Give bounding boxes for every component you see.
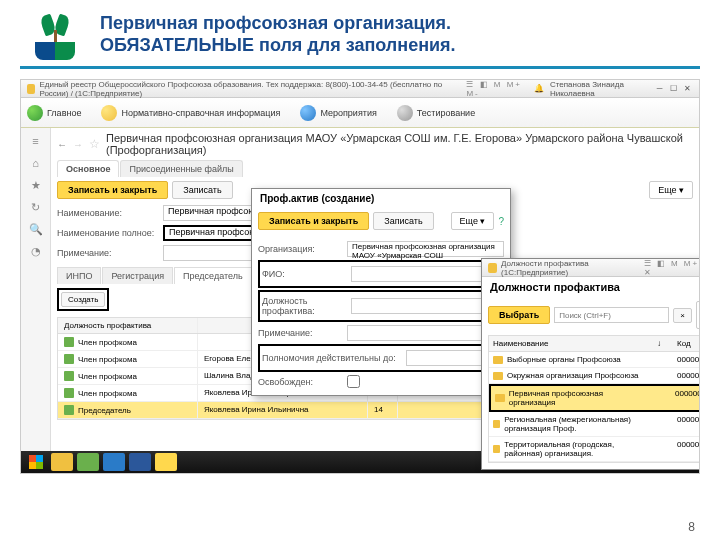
app-window: Единый реестр Общероссийского Профсоюза …	[20, 79, 700, 474]
d1-fio-field[interactable]	[351, 266, 500, 282]
folder-icon	[493, 445, 500, 453]
task-app2[interactable]	[103, 453, 125, 471]
folder-icon	[493, 420, 500, 428]
nav-test[interactable]: Тестирование	[397, 105, 475, 121]
create-button[interactable]: Создать	[61, 292, 105, 307]
home-icon[interactable]: ⌂	[29, 156, 43, 170]
union-logo	[30, 10, 80, 60]
list-item[interactable]: Территориальная (городская, районная) ор…	[489, 437, 700, 462]
window-titlebar: Единый реестр Общероссийского Профсоюза …	[21, 80, 699, 98]
bell-icon[interactable]: ◔	[29, 244, 43, 258]
page-title: Первичная профсоюзная организация МАОУ «…	[106, 132, 693, 156]
app-icon	[27, 84, 35, 94]
folder-icon	[493, 372, 503, 380]
nav-events[interactable]: Мероприятия	[300, 105, 376, 121]
d1-post-field[interactable]	[351, 298, 500, 314]
list-item[interactable]: Выборные органы Профсоюза000000005	[489, 352, 700, 368]
slide-title: Первичная профсоюзная организация.ОБЯЗАТ…	[100, 13, 456, 56]
d1-note-label: Примечание:	[258, 328, 343, 338]
d1-fio-label: ФИО:	[262, 269, 347, 279]
folder-icon	[495, 394, 505, 402]
subtab-chair[interactable]: Председатель	[174, 267, 252, 284]
main-toolbar: Главное Нормативно-справочная информация…	[21, 98, 699, 128]
col-code: Код	[673, 336, 700, 351]
star-icon[interactable]: ★	[29, 178, 43, 192]
list-item[interactable]: Региональная (межрегиональная) организац…	[489, 412, 700, 437]
subtab-inpo[interactable]: ИНПО	[57, 267, 101, 284]
d1-more-button[interactable]: Еще ▾	[451, 212, 495, 230]
page-number: 8	[688, 520, 695, 534]
d1-org-label: Организация:	[258, 244, 343, 254]
search-icon[interactable]: 🔍	[29, 222, 43, 236]
start-button[interactable]	[25, 453, 47, 471]
fullname-label: Наименование полное:	[57, 228, 157, 238]
nav-main[interactable]: Главное	[27, 105, 81, 121]
task-app1[interactable]	[77, 453, 99, 471]
d2-more-button[interactable]: Еще ▾	[696, 301, 700, 329]
positions-table: Наименование ↓ Код Выборные органы Профс…	[488, 335, 700, 463]
app-icon	[488, 263, 497, 273]
window-title: Единый реестр Общероссийского Профсоюза …	[39, 80, 466, 98]
d1-until-label: Полномочия действительны до:	[262, 353, 402, 363]
d1-until-field[interactable]	[406, 350, 485, 366]
profactive-dialog: Проф.актив (создание) Записать и закрыть…	[251, 188, 511, 396]
toolbar-glyphs[interactable]: ☰ ◧ M M+ M-	[466, 80, 528, 98]
d1-post-label: Должность профактива:	[262, 296, 347, 316]
d2-search-go[interactable]: ×	[673, 308, 692, 323]
close-icon[interactable]: ✕	[681, 83, 693, 95]
windows-icon	[29, 455, 43, 469]
forward-icon[interactable]: →	[73, 139, 83, 150]
search-input[interactable]	[554, 307, 669, 323]
left-rail: ≡ ⌂ ★ ↻ 🔍 ◔	[21, 128, 51, 451]
back-icon[interactable]: ←	[57, 139, 67, 150]
select-button[interactable]: Выбрать	[488, 306, 550, 324]
d1-save-button[interactable]: Записать	[373, 212, 433, 230]
dialog2-titlebar: Должности профактива (1С:Предприятие)	[501, 259, 643, 277]
name-label: Наименование:	[57, 208, 157, 218]
maximize-icon[interactable]: ☐	[667, 83, 679, 95]
task-1c[interactable]	[155, 453, 177, 471]
note-label: Примечание:	[57, 248, 157, 258]
d2-toolbar-glyphs[interactable]: ☰ ◧ M M+ M- ☐ ✕	[644, 259, 700, 277]
main-pane: ← → ☆ Первичная профсоюзная организация …	[51, 128, 699, 451]
history-icon[interactable]: ↻	[29, 200, 43, 214]
task-word[interactable]	[129, 453, 151, 471]
favorite-icon[interactable]: ☆	[89, 137, 100, 151]
help-icon[interactable]: ?	[498, 216, 504, 227]
tab-files[interactable]: Присоединенные файлы	[120, 160, 242, 177]
d1-org-field[interactable]: Первичная профсоюзная организация МАОУ «…	[347, 241, 504, 257]
dialog2-header: Должности профактива	[482, 277, 700, 297]
col-sort[interactable]: ↓	[655, 336, 673, 351]
user-label: Степанова Зинаида Николаевна	[550, 80, 652, 98]
save-close-button[interactable]: Записать и закрыть	[57, 181, 168, 199]
nav-refs[interactable]: Нормативно-справочная информация	[101, 105, 280, 121]
dialog1-title: Проф.актив (создание)	[260, 193, 374, 204]
col-position: Должность профактива	[58, 318, 198, 333]
divider	[20, 66, 700, 69]
more-button[interactable]: Еще ▾	[649, 181, 693, 199]
d1-released-checkbox[interactable]	[347, 375, 360, 388]
list-item[interactable]: Первичная профсоюзная организация0000000…	[489, 384, 700, 412]
task-explorer[interactable]	[51, 453, 73, 471]
col-name: Наименование	[489, 336, 655, 351]
minimize-icon[interactable]: ─	[654, 83, 666, 95]
save-button[interactable]: Записать	[172, 181, 232, 199]
subtab-reg[interactable]: Регистрация	[102, 267, 173, 284]
tab-main[interactable]: Основное	[57, 160, 119, 177]
positions-dialog: Должности профактива (1С:Предприятие) ☰ …	[481, 258, 700, 470]
menu-icon[interactable]: ≡	[29, 134, 43, 148]
d1-released-label: Освобожден:	[258, 377, 343, 387]
d1-save-close-button[interactable]: Записать и закрыть	[258, 212, 369, 230]
folder-icon	[493, 356, 503, 364]
list-item[interactable]: Окружная организация Профсоюза000000002	[489, 368, 700, 384]
